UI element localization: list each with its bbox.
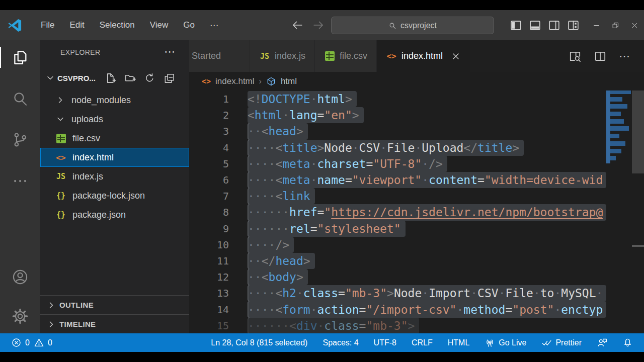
code-line-3[interactable]: 3··<head>: [189, 123, 606, 139]
file-tree-item-package.json[interactable]: {}package.json: [40, 205, 189, 224]
file-tree-item-file.csv[interactable]: file.csv: [40, 129, 189, 148]
code-line-1[interactable]: 1<!DOCTYPE·html>: [189, 91, 606, 107]
tab-label: file.csv: [340, 51, 367, 61]
section-outline[interactable]: OUTLINE: [40, 295, 189, 314]
breadcrumb-separator: ›: [259, 77, 262, 86]
status-go-live[interactable]: Go Live: [485, 337, 526, 348]
menu-view[interactable]: View: [142, 17, 176, 33]
tab-index.html[interactable]: <>index.html: [377, 40, 470, 72]
code-line-5[interactable]: 5····<meta·charset="UTF-8"·/>: [189, 156, 606, 172]
layout-customize-icon[interactable]: [567, 19, 580, 32]
code-line-14[interactable]: 14····<form·action="/import-csv"·method=…: [189, 301, 606, 317]
close-tab-icon[interactable]: [451, 51, 461, 61]
collapse-all-icon[interactable]: [164, 72, 175, 84]
section-timeline[interactable]: TIMELINE: [40, 314, 189, 333]
selected-code-text: ····<h2·class="mb-3">Node·Import·CSV·Fil…: [248, 285, 606, 301]
csv-file-icon: [56, 134, 66, 143]
status-text: HTML: [448, 338, 470, 347]
project-section-header[interactable]: CSVPRO...: [40, 68, 189, 87]
line-number: 7: [189, 190, 229, 202]
feedback-icon: [597, 337, 607, 348]
vertical-scrollbar[interactable]: [632, 90, 644, 333]
back-arrow-icon[interactable]: [291, 19, 304, 32]
code-line-4[interactable]: 4····<title>Node·CSV·File·Upload</title>: [189, 140, 606, 156]
code-line-9[interactable]: 9······rel="stylesheet": [189, 221, 606, 237]
activity-explorer[interactable]: [0, 44, 40, 70]
new-folder-icon[interactable]: [124, 72, 136, 84]
selected-code-text: <html·lang="en">: [248, 107, 364, 123]
breadcrumb-symbol[interactable]: html: [281, 76, 297, 86]
csv-file-icon: [325, 51, 335, 61]
code-line-6[interactable]: 6····<meta·name="viewport"·content="widt…: [189, 172, 606, 188]
code-line-15[interactable]: 15······<div·class="mb-3">: [189, 318, 606, 333]
file-tree-item-node_modules[interactable]: node_modules: [40, 90, 189, 110]
restore-button[interactable]: [606, 16, 625, 35]
minimize-button[interactable]: [587, 16, 606, 35]
breadcrumb-file[interactable]: index.html: [215, 76, 254, 86]
tab-file.csv[interactable]: file.csv: [315, 40, 377, 72]
split-editor-icon[interactable]: [594, 50, 607, 63]
status-language-mode[interactable]: HTML: [448, 338, 470, 347]
selected-code-text: ····<meta·name="viewport"·content="width…: [248, 172, 606, 188]
selected-code-text: ······rel="stylesheet": [248, 221, 406, 237]
status-errors[interactable]: 0: [11, 337, 30, 348]
code-line-11[interactable]: 11··</head>: [189, 253, 606, 269]
chevron-right-icon: [46, 319, 56, 329]
line-number: 12: [189, 271, 229, 283]
status-encoding[interactable]: UTF-8: [374, 338, 396, 347]
new-file-icon[interactable]: [105, 72, 116, 84]
code-line-13[interactable]: 13····<h2·class="mb-3">Node·Import·CSV·F…: [189, 285, 606, 301]
status-notifications[interactable]: [622, 337, 633, 348]
html-file-icon: <>: [202, 77, 211, 86]
layout-sidebar-right-icon[interactable]: [548, 19, 560, 32]
activity-more[interactable]: [0, 168, 40, 194]
scrollbar-thumb[interactable]: [632, 90, 644, 173]
layout-sidebar-left-icon[interactable]: [510, 19, 522, 32]
activity-accounts[interactable]: [0, 264, 40, 290]
status-cursor-position[interactable]: Ln 28, Col 8 (815 selected): [211, 338, 307, 347]
activity-source-control[interactable]: [0, 127, 40, 153]
more-actions-icon[interactable]: ⋯: [619, 54, 631, 59]
activity-search[interactable]: [0, 85, 40, 112]
code-line-8[interactable]: 8······href="https://cdn.jsdelivr.net/np…: [189, 204, 606, 220]
status-eol[interactable]: CRLF: [412, 338, 433, 347]
menu-file[interactable]: File: [33, 17, 62, 33]
status-indentation[interactable]: Spaces: 4: [323, 338, 358, 347]
minimap[interactable]: [606, 90, 632, 333]
close-window-button[interactable]: [625, 16, 644, 35]
menu-edit[interactable]: Edit: [62, 17, 92, 33]
refresh-icon[interactable]: [144, 72, 155, 84]
menu-selection[interactable]: Selection: [92, 17, 142, 33]
breadcrumb[interactable]: <> index.html › html: [189, 72, 644, 90]
overview-ruler-marker: [632, 245, 644, 247]
layout-panel-icon[interactable]: [529, 19, 541, 32]
explorer-more-actions[interactable]: ⋯: [164, 45, 176, 58]
status-feedback[interactable]: [597, 337, 607, 348]
file-tree-item-uploads[interactable]: uploads: [40, 110, 189, 129]
file-tree-item-package-lock.json[interactable]: {}package-lock.json: [40, 186, 189, 205]
tab-Started[interactable]: Started: [189, 40, 250, 72]
tab-label: index.html: [401, 51, 443, 61]
status-text: Spaces: 4: [323, 338, 358, 347]
selected-code-text: ······<div·class="mb-3">: [248, 318, 419, 333]
preview-search-icon[interactable]: [569, 50, 582, 63]
status-warnings[interactable]: 0: [34, 337, 52, 348]
command-center-search[interactable]: csvproject: [331, 17, 494, 34]
activity-bar: [0, 40, 40, 333]
code-line-12[interactable]: 12··<body>: [189, 269, 606, 285]
status-prettier[interactable]: Prettier: [541, 337, 582, 348]
code-line-7[interactable]: 7····<link: [189, 188, 606, 204]
activity-settings[interactable]: [0, 303, 40, 329]
code-editor[interactable]: 1<!DOCTYPE·html>2<html·lang="en">3··<hea…: [189, 90, 644, 333]
menu-[interactable]: ⋯: [202, 17, 226, 34]
file-tree-item-index.js[interactable]: JSindex.js: [40, 167, 189, 186]
html-file-icon: <>: [56, 153, 65, 162]
code-line-2[interactable]: 2<html·lang="en">: [189, 107, 606, 123]
warning-icon: [34, 337, 44, 348]
menu-go[interactable]: Go: [176, 17, 202, 33]
file-tree-item-index.html[interactable]: <>index.html: [40, 148, 189, 167]
file-name: package.json: [72, 210, 126, 220]
forward-arrow-icon[interactable]: [312, 19, 325, 32]
code-line-10[interactable]: 10····/>: [189, 237, 606, 253]
tab-index.js[interactable]: JSindex.js: [250, 40, 315, 72]
